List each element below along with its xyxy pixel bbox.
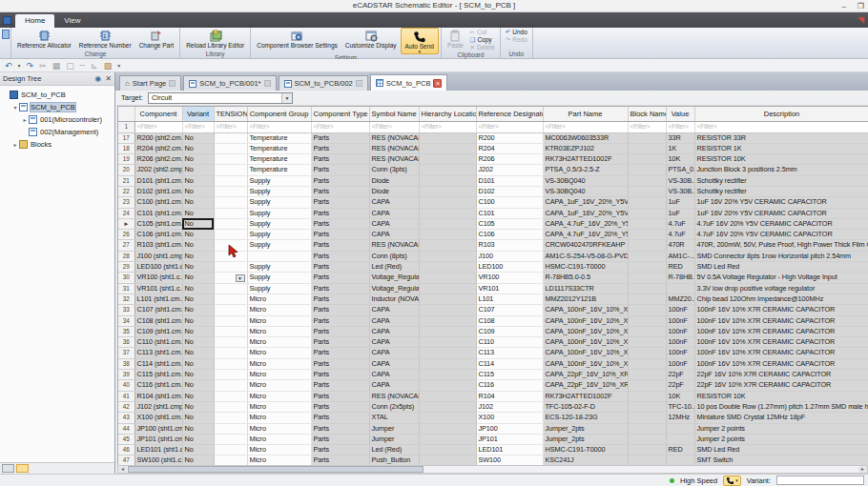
cell-component[interactable]: L101 (sht1.cm... xyxy=(134,294,182,304)
cell-component-group[interactable]: Supply xyxy=(247,283,311,294)
cell-symbol-name[interactable]: Conn (2x5pts) xyxy=(369,401,419,412)
cell-component-type[interactable]: Parts xyxy=(311,262,369,273)
row-number[interactable]: 18 xyxy=(118,143,134,153)
cell-symbol-name[interactable]: CAPA xyxy=(369,380,419,391)
cell-value[interactable]: RED xyxy=(666,445,694,456)
app-icon[interactable] xyxy=(3,16,11,25)
expand-arrow-icon[interactable]: ▾ xyxy=(11,104,19,111)
cell-block-name[interactable] xyxy=(628,143,666,153)
cell-value[interactable]: 1K xyxy=(666,143,694,153)
cell-block-name[interactable] xyxy=(628,445,666,456)
row-number[interactable]: 37 xyxy=(118,348,134,358)
cell-symbol-name[interactable]: Jumper xyxy=(369,434,419,444)
redo-button[interactable]: ↷ Redo xyxy=(503,36,530,44)
cell-symbol-name[interactable]: RES (NOVACAD) xyxy=(369,143,419,153)
cell-component-type[interactable]: Parts xyxy=(311,358,369,369)
customize-display-button[interactable]: Customize Display xyxy=(341,28,401,49)
cell-value[interactable]: R-78HB... xyxy=(666,273,694,283)
cell-variant[interactable]: No xyxy=(182,315,214,326)
filter-cell[interactable]: <Filter> xyxy=(369,121,419,132)
cell-component-group[interactable]: Micro xyxy=(247,348,311,358)
cell-hierarchy-location[interactable] xyxy=(419,197,476,208)
cell-symbol-name[interactable]: CAPA xyxy=(369,315,419,326)
filter-cell[interactable]: <Filter> xyxy=(543,121,628,132)
row-number[interactable]: 20 xyxy=(118,165,134,175)
cell-component-group[interactable]: Supply xyxy=(247,208,311,218)
cell-block-name[interactable] xyxy=(628,370,666,380)
cell-value[interactable] xyxy=(666,423,694,434)
cell-hierarchy-location[interactable] xyxy=(419,175,476,186)
cell-hierarchy-location[interactable] xyxy=(419,391,476,401)
cell-reference-designator[interactable]: D101 xyxy=(476,175,543,186)
cell-component-group[interactable]: Micro xyxy=(247,413,311,423)
cell-variant[interactable]: No xyxy=(182,456,214,465)
doc-tab-scm-to-pcb-002[interactable]: SCM_to_PCB/002 xyxy=(279,75,368,91)
cell-component[interactable]: LED101 (sht1.c... xyxy=(134,445,182,456)
quick-frame-icon[interactable]: ▢ xyxy=(66,60,74,71)
cell-symbol-name[interactable]: RES (NOVACAD) xyxy=(369,132,419,143)
cell-symbol-name[interactable]: Inductor (NOVA... xyxy=(369,294,419,304)
cell-reference-designator[interactable]: R104 xyxy=(476,391,543,401)
cell-tension[interactable] xyxy=(214,413,247,423)
cell-tension[interactable] xyxy=(214,423,247,434)
cell-tension[interactable] xyxy=(214,401,247,412)
cell-hierarchy-location[interactable] xyxy=(419,294,476,304)
cell-variant[interactable]: No xyxy=(182,413,214,423)
cell-variant[interactable]: No xyxy=(182,262,214,273)
cell-component[interactable]: C100 (sht1.cm... xyxy=(134,197,182,208)
cell-symbol-name[interactable]: RES (NOVACAD) xyxy=(369,154,419,165)
row-number[interactable]: ► xyxy=(118,218,134,229)
delete-button[interactable]: ✕ Delete xyxy=(467,44,498,51)
cell-reference-designator[interactable]: J202 xyxy=(476,165,543,175)
cell-variant[interactable]: No xyxy=(182,434,214,444)
cell-component[interactable]: VR101 (sht1.c... xyxy=(134,283,182,294)
cell-component-type[interactable]: Parts xyxy=(311,197,369,208)
cell-component-type[interactable]: Parts xyxy=(311,154,369,165)
cell-tension[interactable] xyxy=(214,434,247,444)
row-number[interactable]: 21 xyxy=(118,175,134,186)
cell-description[interactable]: Schottky rectifier xyxy=(694,175,868,186)
cell-component[interactable]: JP100 (sht1.cm... xyxy=(134,423,182,434)
cell-tension[interactable]: ▼ xyxy=(214,273,247,283)
cell-block-name[interactable] xyxy=(628,456,666,465)
paste-button[interactable]: Paste xyxy=(444,28,467,49)
scrollbar-track[interactable] xyxy=(127,466,858,473)
cell-component[interactable]: R204 (sht2.cm... xyxy=(134,143,182,153)
cell-symbol-name[interactable]: Diode xyxy=(369,186,419,196)
cell-hierarchy-location[interactable] xyxy=(419,380,476,391)
cell-component[interactable]: C115 (sht1.cm... xyxy=(134,370,182,380)
cell-reference-designator[interactable]: C109 xyxy=(476,326,543,336)
cell-hierarchy-location[interactable] xyxy=(419,251,476,261)
row-number[interactable]: 24 xyxy=(118,208,134,218)
cell-hierarchy-location[interactable] xyxy=(419,186,476,196)
cell-component-group[interactable]: Micro xyxy=(247,434,311,444)
expand-arrow-icon[interactable]: ▸ xyxy=(21,116,29,123)
scroll-left-icon[interactable]: ◄ xyxy=(118,466,127,473)
cell-value[interactable]: TFC-10... xyxy=(666,401,694,412)
cell-reference-designator[interactable]: R204 xyxy=(476,143,543,153)
cell-component-type[interactable]: Parts xyxy=(311,445,369,456)
cell-component-group[interactable]: Micro xyxy=(247,326,311,336)
cell-reference-designator[interactable]: C110 xyxy=(476,337,543,348)
cell-component[interactable]: D102 (sht1.cm... xyxy=(134,186,182,196)
panel-tab-tree[interactable] xyxy=(16,464,29,473)
cell-component-type[interactable]: Parts xyxy=(311,208,369,218)
cell-description[interactable]: SMD Led Red xyxy=(694,445,868,456)
cell-hierarchy-location[interactable] xyxy=(419,283,476,294)
cell-component-type[interactable]: Parts xyxy=(311,348,369,358)
cell-part-name[interactable]: LD1117S33CTR xyxy=(543,283,628,294)
filter-cell[interactable]: <Filter> xyxy=(214,121,247,132)
cell-variant[interactable]: No xyxy=(182,326,214,336)
tab-state-box[interactable] xyxy=(264,80,271,87)
cell-component-type[interactable]: Parts xyxy=(311,230,369,240)
cell-block-name[interactable] xyxy=(628,251,666,261)
cell-part-name[interactable]: CAPA_100nF_16V_10%_XR7 xyxy=(543,358,628,369)
filter-cell[interactable]: <Filter> xyxy=(182,121,214,132)
cell-tension[interactable] xyxy=(214,230,247,240)
cell-component[interactable]: R206 (sht2.cm... xyxy=(134,154,182,165)
cell-component-type[interactable]: Parts xyxy=(311,401,369,412)
cell-symbol-name[interactable]: RES (NOVACAD) xyxy=(369,391,419,401)
cell-tension[interactable] xyxy=(214,186,247,196)
cell-value[interactable]: 1uF xyxy=(666,197,694,208)
cell-hierarchy-location[interactable] xyxy=(419,348,476,358)
